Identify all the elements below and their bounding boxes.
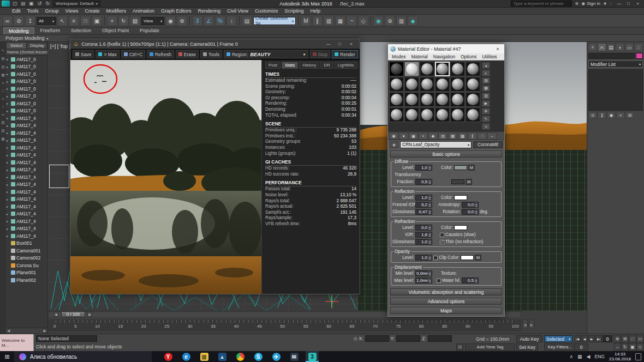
maximize-viewport-icon[interactable]: ▣ [629,343,636,351]
lock-cell-editing-icon[interactable]: ▭ [1,112,5,117]
material-sample-slot[interactable] [466,62,480,76]
rectangular-selection-region-icon[interactable]: □ [80,16,91,26]
snaps-toggle-icon[interactable]: 3 [192,16,202,26]
material-sample-slot[interactable] [404,77,419,92]
caustics-checkbox[interactable] [440,233,444,237]
key-filters-button[interactable]: Key Filters... [544,343,576,351]
render-view[interactable] [70,60,261,294]
configure-modifier-sets-icon[interactable]: ⊞ [625,112,634,119]
region-button[interactable]: Region [224,50,249,58]
me-menu-material[interactable]: Material [409,53,431,60]
thin-checkbox[interactable] [440,240,444,244]
select-by-name-icon[interactable]: ≡ [69,16,79,26]
minimize-icon[interactable]: — [323,40,334,48]
scene-object-row[interactable]: ▸AM117_0 [6,78,47,86]
spinner-snap-toggle-icon[interactable]: ↕ [226,16,237,26]
alice-search-box[interactable]: Алиса обновилась [14,351,152,362]
close-icon[interactable]: × [493,46,502,52]
scroll-right-icon[interactable]: ▶ [44,329,46,333]
menu-item-civil-view[interactable]: Civil View [224,8,252,14]
menu-item-edit[interactable]: Edit [9,8,24,14]
ribbon-tab-freeform[interactable]: Freeform [35,27,65,34]
taskbar-app-yandex[interactable]: Y [162,351,175,362]
render-production-icon[interactable]: ◆ [408,16,418,26]
taskbar-app-chrome[interactable]: ○ [234,351,247,362]
assign-to-selection-icon[interactable]: ▣ [409,132,418,140]
select-and-scale-icon[interactable]: ▧ [130,16,140,26]
unlink-selection-icon[interactable]: ⊘ [14,16,24,26]
opacity-color-swatch[interactable] [461,255,474,260]
water-level-spinner[interactable]: 0,5 [462,277,479,283]
current-frame-field[interactable]: 0 [603,335,612,342]
explorer-tab-display[interactable]: Display [27,42,47,49]
save-file-icon[interactable]: ▣ [28,1,35,7]
time-slider-button[interactable]: 0 / 100 [61,311,85,317]
select-and-manipulate-icon[interactable]: ⊕ [177,16,187,26]
bind-to-space-warp-icon[interactable]: ↧ [25,16,35,26]
undo-icon[interactable]: ↺ [36,1,43,7]
material-sample-slot[interactable] [435,77,450,92]
taskbar-app-skype[interactable]: S [252,351,265,362]
copy-button[interactable]: Ctrl+C [121,50,145,58]
schematic-view-icon[interactable]: ◇ [358,16,368,26]
vfb-tab-post[interactable]: Post [265,62,281,69]
material-sample-slot[interactable] [389,92,404,107]
vfb-tab-lightmix[interactable]: LightMix [335,62,357,69]
scene-object-row[interactable]: ▸AM117_4 [6,196,47,203]
menu-item-help[interactable]: Help [307,8,324,14]
ribbon-tab-populate[interactable]: Populate [135,27,164,34]
modifier-list-combo[interactable]: Modifier List▾ [588,61,643,68]
reflection-glossiness-spinner[interactable]: 0,47 [415,209,432,215]
search-input[interactable] [511,1,572,7]
material-editor-icon[interactable]: ◉ [373,16,384,26]
filter-helpers-icon[interactable]: ○ [2,105,4,108]
zoom-all-icon[interactable]: ⊞ [621,335,629,343]
graphite-modeling-ribbon-icon[interactable]: ▦ [335,16,345,26]
scene-object-row[interactable]: Camera002 [6,255,47,262]
create-tab-icon[interactable]: + [588,43,597,51]
show-end-result-icon[interactable]: ∥ [468,132,477,140]
display-tab-icon[interactable]: ▭ [625,43,634,51]
scene-object-row[interactable]: ▸AM117_0 [6,93,47,100]
reset-map-icon[interactable]: × [419,132,428,140]
scene-object-row[interactable]: ▸AM117_0 [6,85,47,93]
modifier-stack[interactable] [588,69,643,111]
taskbar-app-edge[interactable]: e [180,351,193,362]
x-field[interactable] [365,335,389,342]
diffuse-level-spinner[interactable]: 1,0 [415,165,432,171]
explorer-tab-select[interactable]: Select [6,42,27,49]
make-unique-icon[interactable]: ◆ [607,112,616,119]
go-to-parent-icon[interactable]: ↑ [478,132,487,140]
pick-parent-icon[interactable]: ▨ [1,129,5,133]
scene-object-row[interactable]: ▸AM117_4 [6,122,47,130]
go-forward-icon[interactable]: → [487,132,497,140]
scene-object-row[interactable]: ▸AM117_4 [6,129,47,137]
material-sample-slot[interactable] [435,92,450,107]
material-sample-slot[interactable] [466,92,480,107]
favorites-icon[interactable]: ★ [603,1,607,6]
rollout-volumetric[interactable]: Volumetric absorption and scattering [390,288,502,295]
scene-object-row[interactable]: ▸AM117_4 [6,137,47,144]
reference-coordinate-system-combo[interactable]: View▾ [141,17,164,25]
render-channel-combo[interactable]: BEAUTY▾ [247,50,308,58]
start-button[interactable]: ⊞ [0,353,14,360]
material-sample-slot[interactable] [435,62,450,76]
window-crossing-toggle-icon[interactable]: ▣ [92,16,102,26]
stop-render-button[interactable]: Stop [310,50,331,58]
displacement-max-spinner[interactable]: 1,0mm [415,277,432,283]
filter-geometry-icon[interactable]: ▦ [1,73,5,77]
filter-cameras-icon[interactable]: ◇ [2,96,4,101]
vfb-tab-dr[interactable]: DR [320,62,333,69]
material-sample-slot[interactable] [404,107,419,122]
explorer-column-header[interactable]: Name (Sorted Ascen [6,49,47,56]
scene-object-row[interactable]: Camera001 [6,247,47,255]
selection-lock-toggle[interactable]: ⊡ [456,343,463,351]
scene-object-row[interactable]: ▸AM117_4 [6,152,47,159]
tools-button[interactable]: Tools [200,50,222,58]
clip-checkbox[interactable] [433,256,438,260]
add-time-tag-button[interactable]: Add Time Tag [465,343,515,351]
max-button[interactable]: > Max [96,50,119,58]
scene-object-row[interactable]: ▸AM117_0 [6,100,47,107]
key-selection-combo[interactable]: Selected▾ [544,335,573,342]
scene-object-row[interactable]: ▸AM117_4 [6,166,47,174]
